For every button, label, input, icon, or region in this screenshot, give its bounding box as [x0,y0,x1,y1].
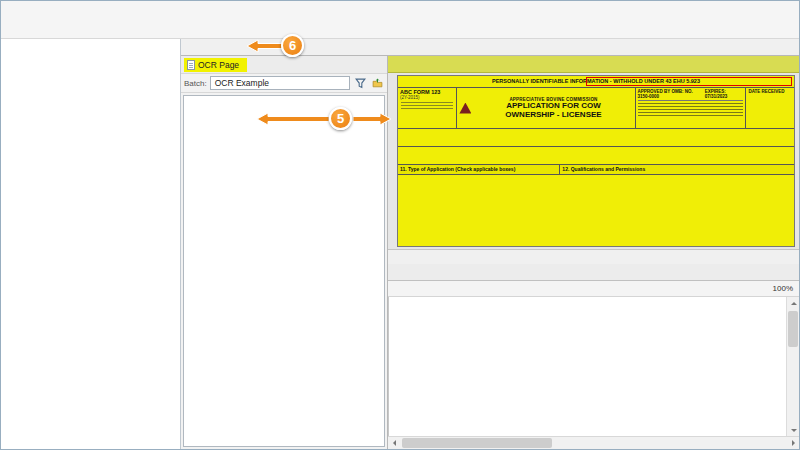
batch-selector-row: Batch: OCR Example [181,74,387,93]
scroll-up-icon[interactable] [787,297,800,310]
scroll-right-icon[interactable] [786,437,799,449]
date-received-box: DATE RECEIVED [746,88,794,128]
batch-label: Batch: [184,79,207,88]
open-batch-icon[interactable] [370,76,384,90]
main-toolbar [1,19,799,39]
form-checkbox-grid [398,175,794,246]
callout-step-5: 5 [329,107,352,130]
subtab-label: OCR Page [198,60,239,70]
zoom-level: 100% [773,284,793,293]
subtab-row: OCR Page [181,56,387,74]
page-icon [187,60,195,70]
vertical-scrollbar[interactable] [786,297,799,436]
batch-tree [183,95,385,447]
tab-ocr-page[interactable]: OCR Page [184,58,247,72]
form-address-row [398,147,794,165]
callout-step-6: 6 [281,34,304,57]
cow-application-form: PERSONALLY IDENTIFIABLE INFORMATION - WI… [397,75,795,247]
main-panel: OCR Page Batch: OCR Example [181,39,799,449]
callout5-arrow-left [257,112,329,126]
window-body: OCR Page Batch: OCR Example [1,39,799,449]
filter-icon[interactable] [353,76,367,90]
menu-bar [1,1,799,19]
form-header: ABC FORM 123 (2Y-2015) APPRECIATIVE BOVI… [398,87,794,129]
zoom-toolbar: 100% [388,281,799,297]
horizontal-scrollbar[interactable] [388,436,799,449]
horizontal-scroll-thumb[interactable] [402,438,552,448]
scroll-left-icon[interactable] [388,437,401,449]
callout6-arrow [247,39,283,53]
image-viewer-panel: PERSONALLY IDENTIFIABLE INFORMATION - WI… [388,56,799,449]
vertical-scroll-thumb[interactable] [788,311,798,347]
form-number-box: ABC FORM 123 (2Y-2015) [398,88,457,128]
document-viewport[interactable]: PERSONALLY IDENTIFIABLE INFORMATION - WI… [388,73,799,249]
node-tree-panel [1,39,181,449]
text-view-area[interactable] [388,297,799,436]
form-approval-box: APPROVED BY OMB: NO. 3150-0000 EXPIRES: … [636,88,747,128]
form-name-row [398,129,794,147]
batch-value[interactable]: OCR Example [210,76,350,90]
viewer-toolbar [388,56,799,73]
image-status-bar [388,249,799,264]
form-privacy-header: PERSONALLY IDENTIFIABLE INFORMATION - WI… [398,76,794,87]
callout5-arrow-right [353,112,391,126]
form-title-box: APPRECIATIVE BOVINE COMMISSION APPLICATI… [457,88,635,128]
grooper-window: OCR Page Batch: OCR Example [0,0,800,450]
view-tabs [388,264,799,281]
form-section-headers: 11. Type of Application (Check applicabl… [398,165,794,175]
fine-print [638,103,744,116]
bovine-commission-logo-icon [459,103,471,114]
scroll-down-icon[interactable] [787,423,800,436]
red-annotation-box [586,77,792,86]
